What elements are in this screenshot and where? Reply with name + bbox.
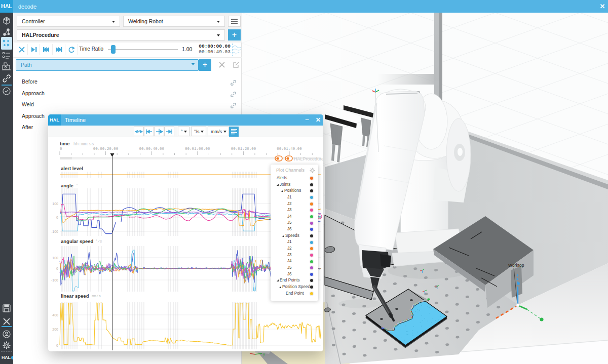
svg-text:400: 400 [52, 313, 58, 317]
svg-text:0: 0 [56, 216, 58, 219]
svg-text:HALProcedure: HALProcedure [294, 156, 323, 161]
svg-text:alert level: alert level [61, 166, 83, 171]
svg-text:0: 0 [60, 147, 62, 151]
svg-text:00:00:40.00: 00:00:40.00 [139, 147, 164, 151]
svg-text:-100: -100 [51, 230, 58, 233]
svg-text:00:01:20.00: 00:01:20.00 [231, 147, 256, 151]
svg-text:100: 100 [52, 256, 58, 260]
svg-text:00:00:20.00: 00:00:20.00 [93, 147, 119, 151]
svg-text:-100: -100 [51, 278, 58, 282]
svg-text:°: ° [76, 184, 79, 188]
svg-text:Worktop: Worktop [508, 263, 524, 268]
svg-text:0: 0 [56, 344, 58, 347]
svg-text:°/s: °/s [95, 239, 102, 244]
svg-text:angle: angle [61, 183, 73, 188]
svg-text:angular speed: angular speed [61, 238, 94, 244]
svg-text:y: y [263, 352, 265, 356]
svg-text:linear speed: linear speed [61, 293, 89, 299]
svg-text:hh:mm:ss: hh:mm:ss [73, 142, 94, 147]
svg-text:00:01:00.00: 00:01:00.00 [185, 147, 210, 151]
svg-text:0: 0 [56, 267, 58, 270]
svg-text:00:01:40.00: 00:01:40.00 [277, 147, 302, 151]
svg-text:time: time [60, 141, 70, 146]
svg-text:mm/s: mm/s [92, 294, 101, 298]
svg-text:200: 200 [52, 328, 58, 331]
svg-text:100: 100 [52, 202, 58, 206]
